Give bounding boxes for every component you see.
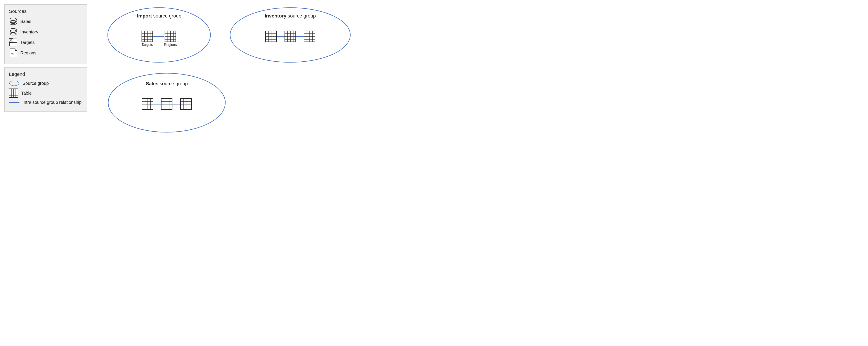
table-icon-targets — [142, 31, 153, 42]
diagram-area: Import source group Targets — [94, 4, 430, 170]
table-icon-s1 — [142, 98, 153, 110]
source-item-sales: Sales — [9, 17, 82, 26]
sales-connector-2 — [173, 104, 180, 104]
table-icon-s3 — [180, 98, 192, 110]
database-icon-2 — [9, 28, 17, 36]
import-table-targets: Targets — [142, 31, 153, 47]
legend-label-table: Table — [21, 91, 32, 96]
inventory-tables-row — [265, 31, 315, 42]
excel-icon: X — [9, 38, 17, 46]
source-label-targets: Targets — [20, 40, 35, 45]
sales-table-2 — [161, 98, 173, 110]
table-icon-legend — [9, 89, 18, 98]
source-label-inventory: Inventory — [20, 30, 38, 35]
import-table-targets-label: Targets — [142, 43, 153, 47]
legend-label-relationship: Intra source group relationship — [23, 100, 82, 105]
svg-rect-31 — [165, 31, 176, 42]
svg-text:X: X — [9, 40, 11, 42]
inventory-group-title: Inventory source group — [229, 13, 351, 19]
table-icon-s2 — [161, 98, 173, 110]
import-connector — [153, 36, 164, 37]
svg-rect-24 — [142, 31, 153, 42]
ellipse-icon — [9, 80, 20, 86]
import-group-container: Import source group Targets — [106, 6, 212, 63]
sales-group-title: Sales source group — [106, 81, 227, 87]
svg-rect-68 — [161, 99, 172, 109]
inventory-table-2 — [284, 31, 296, 42]
svg-point-2 — [10, 28, 17, 31]
legend-relationship: Intra source group relationship — [9, 100, 82, 105]
svg-rect-53 — [304, 31, 315, 42]
legend-title: Legend — [9, 71, 82, 77]
sales-group-container: Sales source group — [106, 72, 227, 133]
sales-connector-1 — [153, 104, 161, 104]
legend-table: Table — [9, 89, 82, 98]
svg-text:csv: csv — [11, 53, 14, 55]
inv-connector-2 — [296, 36, 304, 37]
table-icon-inv3 — [304, 31, 315, 42]
legend-label-source-group: Source group — [23, 81, 49, 86]
source-label-sales: Sales — [20, 19, 31, 24]
sales-table-3 — [180, 98, 192, 110]
sales-tables-row — [142, 98, 192, 110]
sources-panel: Sources Sales — [4, 4, 87, 64]
svg-rect-61 — [142, 99, 153, 109]
svg-point-15 — [9, 81, 19, 86]
svg-rect-75 — [181, 99, 191, 109]
database-icon — [9, 17, 17, 26]
inventory-group-container: Inventory source group — [229, 6, 351, 63]
svg-point-0 — [10, 18, 17, 21]
legend-panel: Legend Source group Table Intra — [4, 67, 87, 112]
table-icon-inv2 — [284, 31, 296, 42]
sales-table-1 — [142, 98, 153, 110]
inv-connector-1 — [277, 36, 284, 37]
import-table-regions: Regions — [164, 31, 177, 47]
import-group-title: Import source group — [106, 13, 212, 19]
csv-icon: csv — [9, 49, 17, 57]
source-label-regions: Regions — [20, 51, 36, 56]
source-item-regions: csv Regions — [9, 49, 82, 57]
line-icon — [9, 102, 20, 103]
import-table-regions-label: Regions — [164, 43, 177, 47]
inventory-table-3 — [304, 31, 315, 42]
table-icon-regions — [164, 31, 176, 42]
table-icon-inv1 — [265, 31, 277, 42]
import-tables-row: Targets Regions — [142, 31, 177, 47]
svg-rect-39 — [266, 31, 276, 42]
source-item-targets: X Targets — [9, 38, 82, 46]
left-panel: Sources Sales — [4, 4, 87, 112]
svg-rect-46 — [285, 31, 296, 42]
source-item-inventory: Inventory — [9, 28, 82, 36]
inventory-table-1 — [265, 31, 277, 42]
legend-source-group: Source group — [9, 80, 82, 86]
sources-title: Sources — [9, 8, 82, 14]
